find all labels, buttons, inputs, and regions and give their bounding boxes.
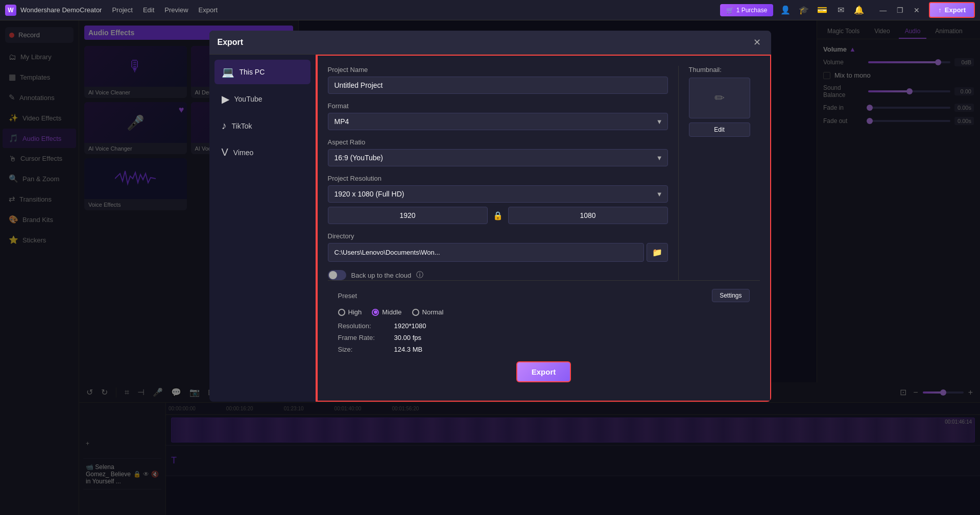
project-name-input[interactable]	[328, 77, 668, 94]
middle-radio[interactable]	[372, 309, 379, 316]
thumbnail-box: ✏	[689, 78, 750, 118]
resolution-select-wrapper: 1920 x 1080 (Full HD) 1280 x 720 (HD) 38…	[328, 185, 668, 203]
aspect-ratio-select[interactable]: 16:9 (YouTube) 9:16 (TikTok) 1:1 (Instag…	[328, 149, 668, 166]
height-input[interactable]	[508, 207, 668, 224]
toggle-thumb	[329, 271, 337, 279]
youtube-icon: ▶	[222, 93, 229, 105]
help-icon[interactable]: ⓘ	[416, 271, 423, 280]
title-bar: W Wondershare DemoCreator Project Edit P…	[0, 0, 980, 20]
size-row: Size: 124.3 MB	[338, 346, 750, 353]
app-logo: W Wondershare DemoCreator	[5, 5, 102, 16]
main-form-left: Project Name Format MP4 MOV AVI	[328, 66, 668, 280]
resolution-spec-label: Resolution:	[338, 322, 384, 330]
resolution-spec-value: 1920*1080	[394, 322, 426, 330]
aspect-ratio-label: Aspect Ratio	[328, 138, 668, 146]
export-settings: Project Name Format MP4 MOV AVI	[317, 55, 771, 402]
normal-radio[interactable]	[412, 309, 419, 316]
resolution-select[interactable]: 1920 x 1080 (Full HD) 1280 x 720 (HD) 38…	[328, 185, 668, 203]
mail-icon[interactable]: ✉	[834, 5, 847, 15]
close-button[interactable]: ✕	[911, 6, 923, 14]
window-controls: — ❐ ✕	[876, 6, 923, 14]
project-name-label: Project Name	[328, 66, 668, 73]
directory-label: Directory	[328, 232, 668, 240]
preset-header: Preset Settings	[338, 289, 750, 302]
frame-rate-value: 30.00 fps	[394, 334, 422, 341]
lock-ratio-icon: 🔒	[493, 211, 503, 220]
preset-section: Preset Settings High Middle	[328, 280, 760, 390]
frame-rate-row: Frame Rate: 30.00 fps	[338, 334, 750, 341]
platform-tiktok[interactable]: ♪ TikTok	[214, 114, 310, 138]
directory-row: Directory 📁	[328, 232, 668, 262]
backup-toggle[interactable]	[328, 270, 346, 280]
format-row: Format MP4 MOV AVI ▼	[328, 102, 668, 130]
card-icon[interactable]: 💳	[816, 5, 828, 15]
graduate-icon[interactable]: 🎓	[798, 5, 810, 15]
pc-icon: 💻	[222, 66, 234, 78]
platform-youtube[interactable]: ▶ YouTube	[214, 87, 310, 111]
aspect-ratio-row: Aspect Ratio 16:9 (YouTube) 9:16 (TikTok…	[328, 138, 668, 166]
preset-normal[interactable]: Normal	[412, 308, 444, 316]
thumbnail-section: Thumbnail: ✏ Edit	[678, 66, 760, 280]
backup-label: Back up to the cloud	[351, 272, 412, 279]
dialog-close-button[interactable]: ✕	[751, 37, 763, 48]
resolution-row: Project Resolution 1920 x 1080 (Full HD)…	[328, 175, 668, 224]
bell-icon[interactable]: 🔔	[853, 5, 865, 15]
platform-vimeo[interactable]: V Vimeo	[214, 140, 310, 164]
platform-this-pc[interactable]: 💻 This PC	[214, 60, 310, 84]
preset-radio-group: High Middle Normal	[338, 308, 750, 316]
size-value: 124.3 MB	[394, 346, 423, 353]
export-button-container: Export	[338, 361, 750, 382]
platform-panel: 💻 This PC ▶ YouTube ♪ TikTok V Vimeo	[209, 55, 317, 402]
export-button[interactable]: Export	[516, 361, 571, 382]
settings-button[interactable]: Settings	[712, 289, 749, 302]
export-top-button[interactable]: ↑ Export	[929, 2, 975, 18]
format-select[interactable]: MP4 MOV AVI	[328, 113, 668, 130]
export-dialog: Export ✕ 💻 This PC ▶ YouTube ♪ TikTok	[209, 31, 771, 402]
thumbnail-edit-icon: ✏	[714, 91, 725, 105]
title-bar-right: 🛒 1 Purchase 👤 🎓 💳 ✉ 🔔 — ❐ ✕ ↑ Export	[720, 2, 975, 18]
middle-radio-dot	[374, 310, 377, 314]
menu-edit[interactable]: Edit	[143, 6, 154, 14]
high-radio[interactable]	[338, 309, 345, 316]
directory-input[interactable]	[328, 243, 644, 262]
format-label: Format	[328, 102, 668, 110]
frame-rate-label: Frame Rate:	[338, 334, 384, 341]
resolution-label: Project Resolution	[328, 175, 668, 182]
preset-middle[interactable]: Middle	[372, 308, 401, 316]
user-icon[interactable]: 👤	[779, 5, 792, 15]
minimize-button[interactable]: —	[876, 6, 890, 14]
size-label: Size:	[338, 346, 384, 353]
aspect-ratio-select-wrapper: 16:9 (YouTube) 9:16 (TikTok) 1:1 (Instag…	[328, 149, 668, 166]
tiktok-icon: ♪	[222, 120, 227, 132]
resolution-spec-row: Resolution: 1920*1080	[338, 322, 750, 330]
width-input[interactable]	[328, 207, 488, 224]
dialog-body: 💻 This PC ▶ YouTube ♪ TikTok V Vimeo	[209, 55, 771, 402]
app-name: Wondershare DemoCreator	[20, 6, 102, 14]
resolution-dimensions-row: 🔒	[328, 207, 668, 224]
export-dialog-overlay: Export ✕ 💻 This PC ▶ YouTube ♪ TikTok	[0, 20, 980, 515]
dialog-title: Export	[218, 38, 244, 47]
thumbnail-label: Thumbnail:	[689, 66, 760, 73]
backup-row: Back up to the cloud ⓘ	[328, 270, 668, 280]
main-form-row: Project Name Format MP4 MOV AVI	[328, 66, 760, 280]
format-select-wrapper: MP4 MOV AVI ▼	[328, 113, 668, 130]
vimeo-icon: V	[222, 146, 228, 158]
dialog-header: Export ✕	[209, 31, 771, 55]
preset-label: Preset	[338, 292, 357, 300]
logo-icon: W	[5, 5, 16, 16]
directory-input-row: 📁	[328, 243, 668, 262]
menu-preview[interactable]: Preview	[164, 6, 188, 14]
project-name-row: Project Name	[328, 66, 668, 94]
thumbnail-edit-button[interactable]: Edit	[689, 122, 750, 137]
maximize-button[interactable]: ❐	[894, 6, 906, 14]
menu-export[interactable]: Export	[199, 6, 218, 14]
purchase-button[interactable]: 🛒 1 Purchase	[720, 4, 774, 16]
menu-nav: Project Edit Preview Export	[112, 6, 218, 14]
preset-high[interactable]: High	[338, 308, 362, 316]
menu-project[interactable]: Project	[112, 6, 132, 14]
browse-button[interactable]: 📁	[647, 243, 668, 262]
